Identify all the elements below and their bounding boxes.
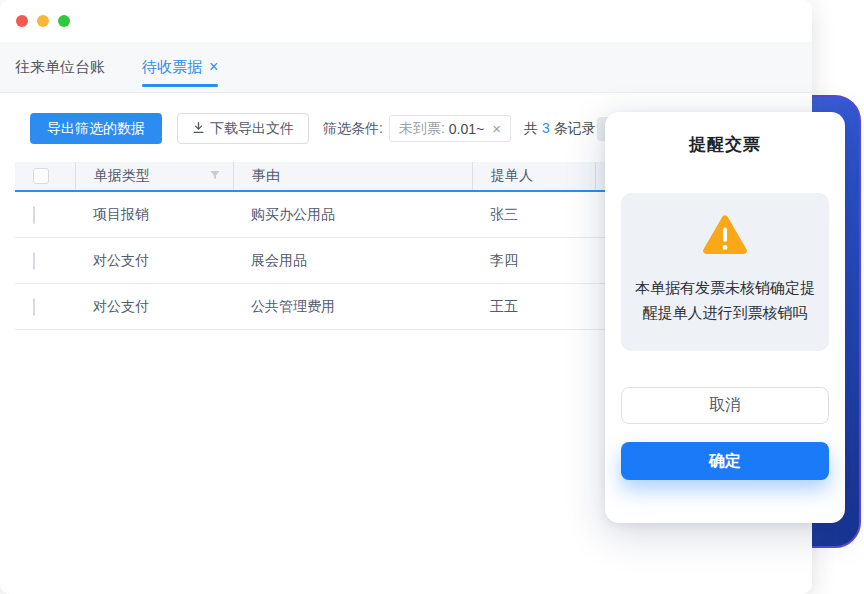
header-submitter-cell: 提单人 [472,162,595,190]
close-window-icon[interactable] [16,15,28,27]
row-checkbox-cell [15,299,75,315]
download-export-button[interactable]: 下载导出文件 [177,113,309,144]
cancel-button[interactable]: 取消 [621,387,829,424]
tab-label: 待收票据 [142,58,202,77]
row-type: 对公支付 [75,298,233,316]
row-checkbox-cell [15,253,75,269]
dialog-title: 提醒交票 [605,133,845,156]
header-checkbox-cell [15,162,75,190]
record-count-suffix: 条记录 [554,120,596,136]
row-submitter: 张三 [472,206,595,224]
header-type-cell: 单据类型 [75,162,233,190]
row-type: 对公支付 [75,252,233,270]
filter-tag-close-icon[interactable]: × [492,120,501,137]
minimize-window-icon[interactable] [37,15,49,27]
warning-icon [701,243,749,260]
dialog-message: 本单据有发票未核销确定提醒提单人进行到票核销吗 [631,275,819,325]
row-checkbox[interactable] [33,206,35,224]
filter-tag-value: 0.01~ [449,121,484,137]
row-submitter: 王五 [472,298,595,316]
zoom-window-icon[interactable] [58,15,70,27]
filter-funnel-icon[interactable] [209,168,221,184]
row-reason: 公共管理费用 [233,298,472,316]
filter-tag-name: 未到票: [399,120,445,138]
row-reason: 购买办公用品 [233,206,472,224]
confirm-button[interactable]: 确定 [621,442,829,480]
window-titlebar [0,0,812,42]
tab-bar: 往来单位台账 待收票据 × [0,42,812,93]
row-checkbox-cell [15,207,75,223]
remind-invoice-dialog: 提醒交票 本单据有发票未核销确定提醒提单人进行到票核销吗 取消 确定 [605,112,845,523]
tab-pending-invoices[interactable]: 待收票据 × [142,42,218,92]
tab-counterparty-ledger[interactable]: 往来单位台账 [15,42,105,92]
record-count: 共3条记录 [524,120,596,138]
select-all-checkbox[interactable] [33,168,49,184]
row-type: 项目报销 [75,206,233,224]
record-count-number: 3 [542,120,550,136]
record-count-prefix: 共 [524,120,538,136]
tab-close-icon[interactable]: × [209,58,218,76]
row-checkbox[interactable] [33,298,35,316]
dialog-message-panel: 本单据有发票未核销确定提醒提单人进行到票核销吗 [621,193,829,351]
row-checkbox[interactable] [33,252,35,270]
tab-label: 往来单位台账 [15,58,105,77]
header-submitter-label: 提单人 [491,167,533,185]
filter-tag: 未到票: 0.01~ × [389,115,511,142]
header-type-label: 单据类型 [94,167,150,185]
export-filtered-button[interactable]: 导出筛选的数据 [30,113,162,144]
filter-conditions-label: 筛选条件: [323,120,383,138]
header-reason-cell: 事由 [233,162,472,190]
row-reason: 展会用品 [233,252,472,270]
download-button-label: 下载导出文件 [210,120,294,138]
header-reason-label: 事由 [252,167,280,185]
download-icon [192,121,205,137]
screenshot-stage: 往来单位台账 待收票据 × 导出筛选的数据 下载导出文件 筛选条件: 未到票: … [0,0,864,594]
row-submitter: 李四 [472,252,595,270]
